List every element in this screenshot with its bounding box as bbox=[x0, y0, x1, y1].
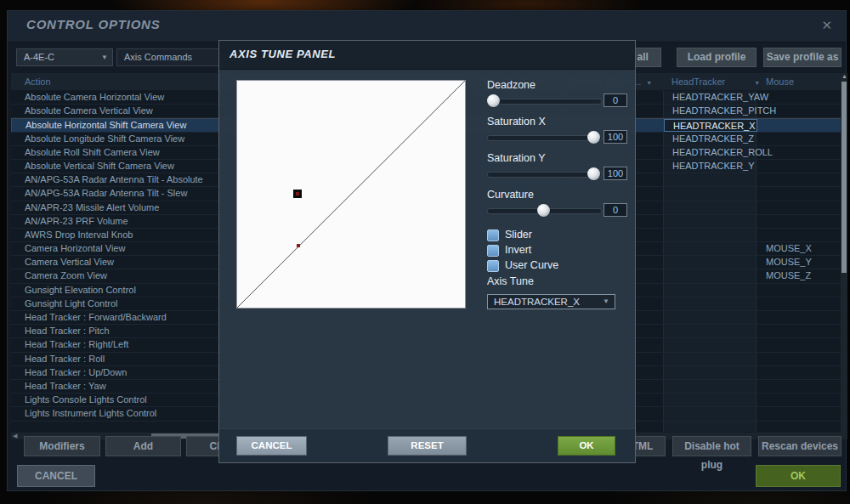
curvature-value[interactable]: 0 bbox=[604, 203, 627, 217]
headtracker-cell[interactable] bbox=[663, 284, 756, 297]
category-select-value: Axis Commands bbox=[124, 52, 192, 62]
headtracker-cell[interactable]: HEADTRACKER_ROLL bbox=[663, 146, 756, 159]
chevron-down-icon: ▼ bbox=[603, 295, 609, 309]
action-cell[interactable]: Camera Vertical View bbox=[25, 256, 114, 269]
action-cell[interactable]: Absolute Horizontal Shift Camera View bbox=[26, 119, 186, 132]
axis-tune-select[interactable]: HEADTRACKER_X ▼ bbox=[487, 294, 615, 309]
headtracker-cell[interactable] bbox=[663, 311, 756, 324]
mouse-cell[interactable]: MOUSE_X bbox=[766, 242, 812, 255]
vertical-scrollbar-thumb[interactable] bbox=[842, 82, 847, 273]
action-cell[interactable]: Lights Instrument Lights Control bbox=[25, 407, 156, 420]
headtracker-cell[interactable]: HEADTRACKER_Z bbox=[663, 133, 756, 145]
action-cell[interactable]: AN/APG-53A Radar Antenna Tilt - Absolute bbox=[25, 173, 203, 186]
action-cell[interactable]: Absolute Vertical Shift Camera View bbox=[25, 160, 174, 173]
headtracker-cell[interactable] bbox=[663, 215, 756, 228]
aircraft-select[interactable]: A-4E-C ▼ bbox=[16, 48, 113, 66]
action-cell[interactable]: Absolute Camera Horizontal View bbox=[25, 91, 164, 104]
headtracker-cell[interactable]: HEADTRACKER_X bbox=[664, 119, 757, 131]
saturation-x-slider[interactable] bbox=[487, 135, 602, 141]
modal-cancel-button[interactable]: CANCEL bbox=[236, 436, 307, 456]
axis-tune-panel: AXIS TUNE PANEL Deadzone0Saturation X100… bbox=[218, 40, 636, 463]
headtracker-cell[interactable] bbox=[663, 201, 756, 214]
column-header-mouse[interactable]: Mouse bbox=[766, 73, 794, 90]
headtracker-cell[interactable] bbox=[663, 256, 756, 269]
invert-checkbox-label: Invert bbox=[505, 244, 531, 256]
axis-position-marker-center bbox=[296, 192, 299, 195]
ok-button[interactable]: OK bbox=[756, 465, 841, 487]
curvature-slider-handle[interactable] bbox=[537, 204, 550, 217]
action-cell[interactable]: Gunsight Elevation Control bbox=[25, 284, 136, 297]
headtracker-cell[interactable] bbox=[663, 338, 756, 351]
headtracker-cell[interactable] bbox=[663, 325, 756, 337]
mouse-cell[interactable]: MOUSE_Z bbox=[766, 269, 811, 282]
action-cell[interactable]: AWRS Drop Interval Knob bbox=[25, 229, 133, 241]
headtracker-cell[interactable] bbox=[663, 422, 756, 433]
add-button[interactable]: Add bbox=[105, 436, 181, 456]
action-cell[interactable]: Camera Zoom View bbox=[25, 269, 107, 282]
vertical-scrollbar[interactable]: ▲ bbox=[841, 73, 847, 439]
headtracker-cell[interactable] bbox=[663, 366, 756, 379]
saturation-y-label: Saturation Y bbox=[487, 152, 546, 164]
saturation-x-value[interactable]: 100 bbox=[604, 130, 627, 144]
action-cell[interactable]: Lights Console Lights Control bbox=[25, 394, 147, 406]
headtracker-cell[interactable] bbox=[663, 297, 756, 310]
action-cell[interactable]: Head Tracker : Roll bbox=[25, 353, 105, 365]
checkbox-icon[interactable] bbox=[487, 260, 499, 272]
save-profile-as-button[interactable]: Save profile as bbox=[763, 48, 842, 67]
headtracker-cell[interactable] bbox=[663, 407, 756, 420]
sort-arrow-icon: ▼ bbox=[754, 80, 760, 86]
mouse-cell[interactable]: MOUSE_Y bbox=[766, 256, 812, 269]
modal-reset-button[interactable]: RESET bbox=[388, 436, 467, 456]
headtracker-cell[interactable] bbox=[663, 394, 756, 406]
disable-hot-plug-button[interactable]: Disable hot plug bbox=[672, 436, 751, 456]
modal-ok-button[interactable]: OK bbox=[558, 436, 615, 456]
rescan-devices-button[interactable]: Rescan devices bbox=[758, 436, 842, 456]
load-profile-button[interactable]: Load profile bbox=[677, 48, 756, 67]
headtracker-cell[interactable]: HEADTRACKER_PITCH bbox=[663, 105, 756, 117]
action-cell[interactable]: Head Tracker : Forward/Backward bbox=[25, 311, 167, 324]
saturation-y-slider-handle[interactable] bbox=[587, 167, 600, 180]
modal-title: AXIS TUNE PANEL bbox=[230, 48, 336, 60]
scroll-left-icon[interactable]: ◀ bbox=[13, 433, 17, 439]
headtracker-cell[interactable] bbox=[663, 229, 756, 241]
action-cell[interactable]: AN/APR-23 PRF Volume bbox=[25, 215, 128, 228]
saturation-x-slider-handle[interactable] bbox=[587, 131, 600, 144]
curvature-slider[interactable] bbox=[487, 208, 602, 214]
cancel-button[interactable]: CANCEL bbox=[17, 465, 95, 487]
action-cell[interactable]: Gunsight Light Control bbox=[25, 297, 117, 310]
deadzone-value[interactable]: 0 bbox=[604, 93, 627, 107]
column-header-action[interactable]: Action bbox=[25, 73, 51, 90]
deadzone-slider[interactable] bbox=[487, 99, 602, 105]
headtracker-cell[interactable] bbox=[663, 380, 756, 393]
action-cell[interactable]: Head Tracker : Right/Left bbox=[25, 338, 128, 351]
action-cell[interactable]: AN/APG-53A Radar Antenna Tilt - Slew bbox=[25, 187, 187, 200]
saturation-y-value[interactable]: 100 bbox=[604, 167, 627, 180]
action-cell[interactable]: AN/APR-23 Missile Alert Volume bbox=[25, 201, 159, 214]
headtracker-cell[interactable] bbox=[663, 269, 756, 282]
axis-response-curve-graph[interactable] bbox=[236, 80, 466, 309]
action-cell[interactable]: Head Tracker : Yaw bbox=[25, 380, 106, 393]
column-header-headtracker[interactable]: HeadTracker▼ bbox=[672, 73, 760, 92]
headtracker-cell[interactable]: HEADTRACKER_YAW bbox=[663, 91, 756, 104]
checkbox-icon[interactable] bbox=[487, 229, 499, 241]
action-cell[interactable]: Absolute Longitude Shift Camera View bbox=[25, 133, 184, 145]
headtracker-cell[interactable]: HEADTRACKER_Y bbox=[663, 160, 756, 173]
checkbox-icon[interactable] bbox=[487, 245, 499, 257]
deadzone-slider-handle[interactable] bbox=[487, 94, 500, 107]
saturation-y-slider[interactable] bbox=[487, 172, 602, 178]
headtracker-cell[interactable] bbox=[663, 173, 756, 186]
scroll-up-icon[interactable]: ▲ bbox=[842, 73, 847, 80]
slider-checkbox-label: Slider bbox=[505, 229, 532, 241]
headtracker-cell[interactable] bbox=[663, 242, 756, 255]
headtracker-cell[interactable] bbox=[663, 187, 756, 200]
action-cell[interactable]: Head Tracker : Pitch bbox=[25, 325, 110, 337]
action-cell[interactable]: Absolute Camera Vertical View bbox=[25, 105, 153, 117]
headtracker-cell[interactable] bbox=[663, 353, 756, 365]
saturation-x-label: Saturation X bbox=[487, 116, 546, 127]
close-icon[interactable]: ✕ bbox=[821, 18, 832, 33]
action-cell[interactable]: Camera Horizontal View bbox=[25, 242, 125, 255]
action-cell[interactable]: Head Tracker : Up/Down bbox=[25, 366, 127, 379]
curve-point-dot bbox=[297, 244, 300, 247]
action-cell[interactable]: Absolute Roll Shift Camera View bbox=[25, 146, 160, 159]
modifiers-button[interactable]: Modifiers bbox=[24, 436, 100, 456]
